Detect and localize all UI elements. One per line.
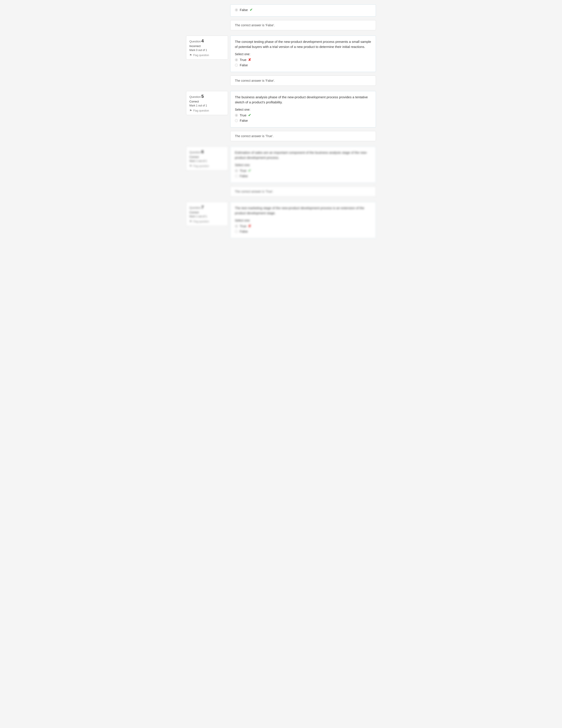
question-status-q4: Incorrect (190, 44, 225, 48)
question-mark-q6: Mark 1 out of 1 (190, 159, 225, 163)
question-status-q6: Correct (190, 155, 225, 159)
question-text-q4: The concept testing phase of the new-pro… (235, 39, 371, 49)
flag-label-q6: Flag question (193, 165, 209, 168)
top-correct-answer-text: The correct answer is 'False'. (235, 23, 275, 27)
flag-question-q6[interactable]: ⚑ Flag question (190, 164, 225, 168)
option-row-q7-0: True ✘ (235, 224, 371, 228)
option-row-q6-0: True ✔ (235, 169, 371, 173)
select-one-label-q7: Select one: (235, 219, 371, 222)
question-label-q5: Question (190, 95, 201, 99)
question-status-q5: Correct (190, 100, 225, 103)
option-radio-q7-0 (235, 225, 238, 228)
question-sidebar-q6: Question 6 Correct Mark 1 out of 1 ⚑ Fla… (186, 146, 228, 171)
flag-label-q4: Flag question (193, 54, 209, 57)
correct-answer-text-q4: The correct answer is 'False'. (235, 79, 275, 82)
option-label-q4-0: True (240, 58, 246, 62)
flag-question-q4[interactable]: ⚑ Flag question (190, 53, 225, 57)
select-one-label-q6: Select one: (235, 163, 371, 167)
flag-question-q7[interactable]: ⚑ Flag question (190, 220, 225, 223)
option-cross-icon-q4-0: ✘ (248, 58, 251, 62)
flag-icon-q4: ⚑ (190, 53, 192, 57)
option-row-q7-1: False (235, 229, 371, 233)
flag-question-q5[interactable]: ⚑ Flag question (190, 109, 225, 112)
correct-answer-box-q4: The correct answer is 'False'. (230, 76, 376, 86)
question-label-q7: Question (190, 206, 201, 209)
top-answer-radio (235, 8, 238, 11)
option-cross-icon-q7-0: ✘ (248, 224, 251, 228)
option-row-q5-1: False (235, 119, 371, 122)
question-main-q7: The test marketing stage of the new-prod… (230, 202, 376, 238)
option-label-q5-1: False (240, 119, 248, 122)
question-block-q5: Question 5 Correct Mark 1 out of 1 ⚑ Fla… (186, 91, 376, 127)
question-label-q4: Question (190, 40, 201, 43)
question-main-q6: Estimation of sales are an important com… (230, 146, 376, 183)
question-number-q6: 6 (201, 149, 204, 154)
question-sidebar-q7: Question 7 Correct Mark 1 out of 1 ⚑ Fla… (186, 202, 228, 226)
flag-label-q7: Flag question (193, 220, 209, 223)
page-container: False ✔ The correct answer is 'False'. Q… (182, 4, 380, 238)
question-block-q6: Question 6 Correct Mark 1 out of 1 ⚑ Fla… (186, 146, 376, 183)
option-radio-q4-0 (235, 58, 238, 61)
top-correct-answer-box: The correct answer is 'False'. (230, 20, 376, 30)
question-mark-q5: Mark 1 out of 1 (190, 104, 225, 107)
question-main-q5: The business analysis phase of the new-p… (230, 91, 376, 127)
question-main-q4: The concept testing phase of the new-pro… (230, 36, 376, 72)
question-text-q6: Estimation of sales are an important com… (235, 150, 371, 160)
option-label-q5-0: True (240, 113, 246, 117)
question-number-q4: 4 (201, 38, 204, 44)
question-text-q7: The test marketing stage of the new-prod… (235, 206, 371, 216)
top-answer-option: False ✔ (235, 8, 371, 12)
select-one-label-q5: Select one: (235, 108, 371, 111)
correct-answer-text-q6: The correct answer is 'True'. (235, 190, 274, 193)
question-label-q6: Question (190, 151, 201, 154)
flag-label-q5: Flag question (193, 109, 209, 112)
flag-icon-q5: ⚑ (190, 109, 192, 112)
select-one-label-q4: Select one: (235, 52, 371, 56)
question-number-q7: 7 (201, 205, 204, 210)
option-check-icon-q6-0: ✔ (248, 169, 251, 173)
question-block-q7: Question 7 Correct Mark 1 out of 1 ⚑ Fla… (186, 202, 376, 238)
option-row-q5-0: True ✔ (235, 113, 371, 117)
option-radio-q7-1 (235, 230, 238, 233)
correct-answer-box-q6: The correct answer is 'True'. (230, 186, 376, 197)
flag-icon-q7: ⚑ (190, 220, 192, 223)
option-radio-q6-0 (235, 169, 238, 172)
option-label-q7-0: True (240, 224, 246, 228)
question-text-q5: The business analysis phase of the new-p… (235, 95, 371, 105)
top-answer-check-icon: ✔ (250, 8, 253, 12)
option-row-q4-1: False (235, 63, 371, 67)
correct-answer-text-q5: The correct answer is 'True'. (235, 134, 274, 138)
option-row-q6-1: False (235, 174, 371, 178)
option-label-q6-0: True (240, 169, 246, 173)
option-row-q4-0: True ✘ (235, 58, 371, 62)
option-radio-q6-1 (235, 174, 238, 178)
option-label-q4-1: False (240, 63, 248, 67)
option-radio-q4-1 (235, 64, 238, 67)
option-radio-q5-0 (235, 114, 238, 117)
question-block-q4: Question 4 Incorrect Mark 0 out of 1 ⚑ F… (186, 36, 376, 72)
question-sidebar-q5: Question 5 Correct Mark 1 out of 1 ⚑ Fla… (186, 91, 228, 115)
question-status-q7: Correct (190, 211, 225, 214)
correct-answer-box-q5: The correct answer is 'True'. (230, 131, 376, 141)
top-answer-box: False ✔ (230, 4, 376, 17)
question-number-q5: 5 (201, 94, 204, 99)
flag-icon-q6: ⚑ (190, 164, 192, 168)
option-radio-q5-1 (235, 119, 238, 122)
option-label-q7-1: False (240, 229, 248, 233)
questions-container: Question 4 Incorrect Mark 0 out of 1 ⚑ F… (186, 36, 376, 238)
question-sidebar-q4: Question 4 Incorrect Mark 0 out of 1 ⚑ F… (186, 36, 228, 60)
question-mark-q4: Mark 0 out of 1 (190, 49, 225, 52)
top-answer-label: False (240, 8, 248, 12)
option-check-icon-q5-0: ✔ (248, 113, 251, 117)
question-mark-q7: Mark 1 out of 1 (190, 215, 225, 218)
option-label-q6-1: False (240, 174, 248, 178)
